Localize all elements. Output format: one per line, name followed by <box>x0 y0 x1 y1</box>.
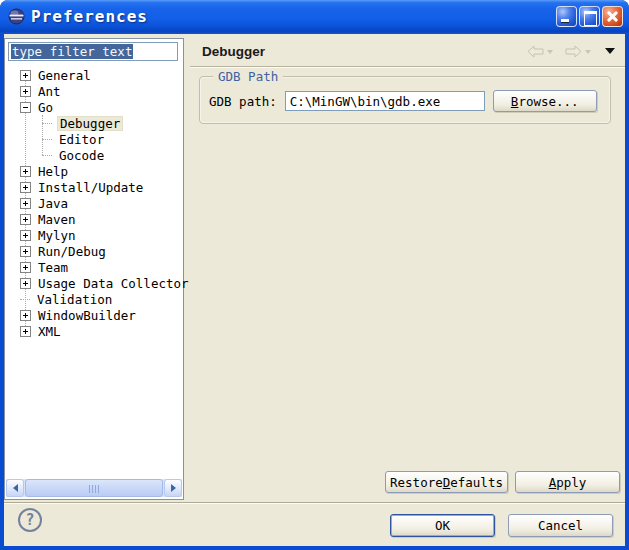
forward-arrow-icon <box>565 45 582 58</box>
minimize-icon[interactable] <box>556 6 577 27</box>
expand-icon[interactable] <box>20 166 31 177</box>
scroll-right-arrow-icon <box>171 484 180 492</box>
tree-connector <box>42 155 52 156</box>
tree-item-editor[interactable]: Editor <box>6 131 182 147</box>
ok-label: OK <box>435 518 450 533</box>
restore-defaults-button[interactable]: Restore Defaults <box>385 471 508 493</box>
expand-icon[interactable] <box>20 198 31 209</box>
scroll-left-arrow-icon <box>9 484 18 492</box>
tree-item-java[interactable]: Java <box>6 195 182 211</box>
tree-item-run-debug[interactable]: Run/Debug <box>6 243 182 259</box>
tree-item-install-update[interactable]: Install/Update <box>6 179 182 195</box>
tree-item-windowbuilder[interactable]: WindowBuilder <box>6 307 182 323</box>
browse-label-mnemonic: B <box>511 94 519 109</box>
expand-icon[interactable] <box>20 278 31 289</box>
tree-item-label: Maven <box>36 212 78 227</box>
tree-item-label: XML <box>36 324 63 339</box>
history-navigation <box>527 45 615 58</box>
gdb-path-value: C:\MinGW\bin\gdb.exe <box>290 94 441 109</box>
tree-item-label: WindowBuilder <box>36 308 138 323</box>
tree-item-label: Usage Data Collector <box>36 276 191 291</box>
tree-connector <box>20 299 30 300</box>
eclipse-logo-icon <box>8 8 25 25</box>
tree-item-go[interactable]: Go <box>6 99 182 115</box>
scrollbar-track[interactable] <box>25 479 163 497</box>
gdb-path-input[interactable]: C:\MinGW\bin\gdb.exe <box>285 91 485 111</box>
tree-item-help[interactable]: Help <box>6 163 182 179</box>
expand-icon[interactable] <box>20 326 31 337</box>
scroll-right-button[interactable] <box>164 479 182 497</box>
back-button[interactable] <box>527 45 553 58</box>
footer-separator <box>4 502 625 504</box>
header-separator <box>190 66 625 68</box>
expand-icon[interactable] <box>20 86 31 97</box>
filter-text-input[interactable]: type filter text <box>8 42 178 61</box>
titlebar[interactable]: Preferences <box>0 0 629 34</box>
back-history-dropdown-icon[interactable] <box>547 50 553 54</box>
expand-icon[interactable] <box>20 230 31 241</box>
tree-horizontal-scrollbar[interactable] <box>6 479 182 497</box>
expand-icon[interactable] <box>20 214 31 225</box>
tree-item-general[interactable]: General <box>6 67 182 83</box>
page-title: Debugger <box>202 44 265 59</box>
tree-item-label: Help <box>36 164 70 179</box>
window-controls <box>556 6 623 27</box>
preferences-tree: GeneralAntGoDebuggerEditorGocodeHelpInst… <box>6 67 182 339</box>
forward-button[interactable] <box>565 45 591 58</box>
scrollbar-thumb[interactable] <box>25 479 163 497</box>
close-icon[interactable] <box>602 6 623 27</box>
forward-history-dropdown-icon[interactable] <box>585 50 591 54</box>
back-arrow-icon <box>527 45 544 58</box>
apply-label: pply <box>556 475 586 490</box>
expand-icon[interactable] <box>20 246 31 257</box>
gdb-path-row: GDB path: C:\MinGW\bin\gdb.exe Browse... <box>200 90 610 112</box>
maximize-icon[interactable] <box>579 6 600 27</box>
gdb-path-label: GDB path: <box>209 94 277 109</box>
restore-defaults-mnemonic: D <box>443 475 451 490</box>
browse-button[interactable]: Browse... <box>493 90 597 112</box>
window-title: Preferences <box>31 7 148 26</box>
tree-item-usage-data-collector[interactable]: Usage Data Collector <box>6 275 182 291</box>
tree-item-ant[interactable]: Ant <box>6 83 182 99</box>
tree-item-xml[interactable]: XML <box>6 323 182 339</box>
tree-connector <box>42 123 52 124</box>
collapse-icon[interactable] <box>20 102 31 113</box>
expand-icon[interactable] <box>20 310 31 321</box>
help-button[interactable]: ? <box>18 508 42 532</box>
expand-icon[interactable] <box>20 262 31 273</box>
cancel-label: Cancel <box>538 518 583 533</box>
tree-item-debugger[interactable]: Debugger <box>6 115 182 131</box>
browse-label: rowse... <box>518 94 578 109</box>
expand-icon[interactable] <box>20 182 31 193</box>
cancel-button[interactable]: Cancel <box>508 514 613 537</box>
scroll-left-button[interactable] <box>6 479 24 497</box>
tree-item-mylyn[interactable]: Mylyn <box>6 227 182 243</box>
view-menu-icon[interactable] <box>605 48 615 54</box>
tree-item-label: Mylyn <box>36 228 78 243</box>
ok-button[interactable]: OK <box>390 514 495 537</box>
preferences-tree-panel: type filter text GeneralAntGoDebuggerEdi… <box>4 38 184 500</box>
apply-mnemonic: A <box>549 475 557 490</box>
tree-item-maven[interactable]: Maven <box>6 211 182 227</box>
tree-item-team[interactable]: Team <box>6 259 182 275</box>
tree-item-label: Run/Debug <box>36 244 108 259</box>
filter-text-value: type filter text <box>11 44 133 59</box>
dialog-content: type filter text GeneralAntGoDebuggerEdi… <box>4 34 625 546</box>
preferences-dialog: Preferences type filter text GeneralAntG… <box>0 0 629 550</box>
expand-icon[interactable] <box>20 70 31 81</box>
tree-item-label: Editor <box>57 132 106 147</box>
tree-item-gocode[interactable]: Gocode <box>6 147 182 163</box>
page-header: Debugger <box>190 38 625 64</box>
help-icon: ? <box>25 511 34 529</box>
tree-item-label: Ant <box>36 84 63 99</box>
tree-item-label: Team <box>36 260 70 275</box>
gdb-path-group: GDB Path GDB path: C:\MinGW\bin\gdb.exe … <box>199 76 611 124</box>
tree-item-label: Go <box>36 100 55 115</box>
restore-defaults-label: Restore <box>390 475 443 490</box>
restore-defaults-label: efaults <box>450 475 503 490</box>
tree-connector <box>42 139 52 140</box>
tree-item-label: Validation <box>35 292 114 307</box>
apply-button[interactable]: Apply <box>515 471 620 493</box>
tree-item-label: Install/Update <box>36 180 145 195</box>
tree-item-validation[interactable]: Validation <box>6 291 182 307</box>
